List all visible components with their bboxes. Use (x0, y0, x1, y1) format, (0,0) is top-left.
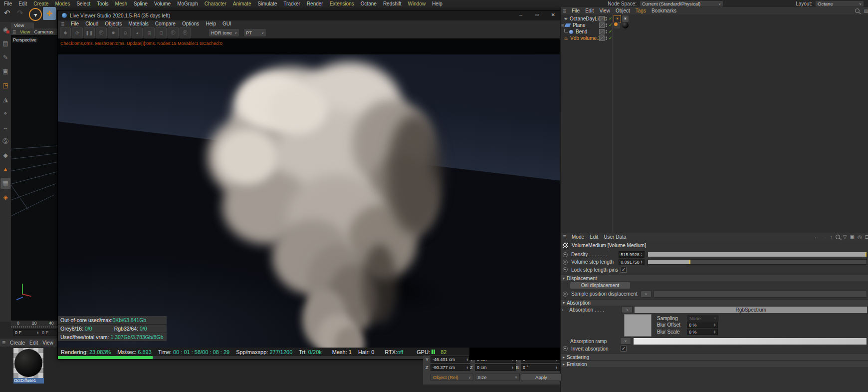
am-menu-userdata[interactable]: User Data (604, 234, 626, 240)
move-tool-active[interactable]: ✚ (43, 7, 56, 20)
visibility-dots[interactable] (606, 30, 607, 34)
octane-daylight-tag-icon[interactable]: ☀ (614, 15, 621, 22)
blur-scale-field[interactable]: 0 % (687, 329, 718, 335)
lv-menu-materials[interactable]: Materials (128, 21, 149, 26)
expander-icon[interactable]: › (562, 307, 563, 313)
menu-extensions[interactable]: Extensions (330, 1, 354, 6)
apply-button[interactable]: Apply (521, 374, 562, 381)
history-forward-icon[interactable]: → (822, 234, 827, 240)
lv-menu-cloud[interactable]: Cloud (85, 21, 98, 26)
history-back-icon[interactable]: ← (814, 234, 819, 240)
menu-redshift[interactable]: Redshift (383, 1, 402, 6)
om-menu-file[interactable]: File (572, 8, 580, 13)
absorption-ramp-bar[interactable] (633, 338, 867, 345)
om-menu-edit[interactable]: Edit (585, 8, 594, 13)
menu-volume[interactable]: Volume (154, 1, 171, 6)
visibility-dots[interactable] (606, 36, 607, 40)
pick-material-icon[interactable]: ⊡ (156, 27, 167, 38)
points-mode-tool[interactable]: ▣ (0, 66, 10, 77)
am-menu-mode[interactable]: Mode (572, 234, 584, 240)
render-region-icon[interactable]: Ⓡ (96, 27, 107, 38)
menu-render[interactable]: Render (307, 1, 323, 6)
menu-window[interactable]: Window (408, 1, 426, 6)
object-name[interactable]: Vdb volume.1 (570, 35, 601, 41)
visibility-dots[interactable] (606, 23, 607, 27)
object-row-plane[interactable]: ⊞ Plane ✓ (561, 22, 868, 28)
menu-simulate[interactable]: Simulate (257, 1, 277, 6)
menu-octane[interactable]: Octane (361, 1, 377, 6)
lv-menu-options[interactable]: Options (182, 21, 199, 26)
material-thumbnail[interactable] (13, 348, 43, 378)
model-mode-tool[interactable]: ◉ (0, 24, 10, 35)
pick-focus-icon[interactable]: ⊞ (144, 27, 155, 38)
keyframe-dot-icon[interactable] (563, 346, 568, 351)
hamburger-icon[interactable]: ≡ (61, 21, 64, 26)
slider-handle[interactable] (866, 252, 867, 257)
link-dropdown-button[interactable]: ∨ (641, 291, 651, 298)
volume-step-length-field[interactable]: 0.091758 (619, 259, 645, 265)
octane-object-tool[interactable]: ◈ (0, 192, 10, 203)
pause-render-icon[interactable]: ❚❚ (84, 27, 95, 38)
hamburger-icon[interactable]: ≡ (563, 8, 566, 13)
undo-button[interactable]: ↶ (4, 8, 10, 17)
live-viewer-titlebar[interactable]: Live Viewer Studio 2020.1.5-R4 (35 days … (58, 10, 560, 20)
close-button[interactable]: ✕ (551, 12, 555, 17)
layer-toggle-icon[interactable] (599, 16, 605, 21)
sample-position-displacement-field[interactable] (653, 291, 867, 298)
om-menu-view[interactable]: View (599, 8, 610, 13)
menu-tools[interactable]: Tools (97, 1, 108, 6)
restart-render-icon[interactable]: ⟳ (72, 27, 83, 38)
keyframe-dot-icon[interactable] (563, 252, 568, 257)
redo-button[interactable]: ↷ (17, 8, 23, 17)
scattering-header[interactable]: ▸ Scattering (561, 354, 868, 360)
lv-menu-objects[interactable]: Objects (105, 21, 122, 26)
menu-mograph[interactable]: MoGraph (177, 1, 198, 6)
workplane-tool[interactable]: ✎ (0, 52, 10, 63)
current-frame-field[interactable]: 0 F (13, 329, 41, 336)
layer-toggle-icon[interactable] (599, 22, 605, 28)
filter-icon[interactable]: ▽ (843, 234, 847, 240)
texture-mode-tool[interactable]: ▤ (0, 38, 10, 49)
om-menu-bookmarks[interactable]: Bookmarks (651, 8, 676, 13)
menu-file[interactable]: File (4, 1, 12, 6)
expand-icon[interactable]: ⊞ (561, 23, 564, 27)
render-settings-icon[interactable]: ✸ (108, 27, 119, 38)
invert-absorption-checkbox[interactable] (621, 346, 627, 352)
emission-header[interactable]: ▸ Emission (561, 361, 868, 367)
density-slider[interactable] (648, 252, 867, 257)
render-mode-dropdown[interactable]: PT∨ (243, 28, 266, 37)
object-name[interactable]: Plane (573, 22, 586, 28)
histogram-icon[interactable]: Ⓗ (180, 27, 191, 38)
lock-resolution-icon[interactable]: ⊖ (120, 27, 131, 38)
menu-tracker[interactable]: Tracker (283, 1, 300, 6)
lv-menu-compare[interactable]: Compare (155, 21, 176, 26)
track-icon[interactable]: ◎ (858, 234, 862, 240)
simulation-flame-tool[interactable]: ▲ (0, 164, 10, 175)
menu-select[interactable]: Select (76, 1, 90, 6)
layer-toggle-icon[interactable] (599, 35, 605, 41)
enable-check-icon[interactable]: ✓ (609, 36, 613, 40)
coord-b-field[interactable]: 0 ° (521, 364, 560, 371)
keyframe-dot-icon[interactable] (563, 292, 568, 297)
keyframe-dot-icon[interactable] (563, 260, 568, 265)
snap-tool[interactable]: Ⓢ (0, 136, 10, 147)
coord-space-dropdown[interactable]: Object (Rel)∨ (431, 374, 473, 381)
lv-menu-file[interactable]: File (71, 21, 79, 26)
object-row-octanedaylight[interactable]: ☀ OctaneDayLight ✓ ☀ ✳ (561, 15, 868, 22)
menu-animate[interactable]: Animate (233, 1, 251, 6)
viewport-menu-view[interactable]: View (20, 29, 30, 34)
sampling-dropdown[interactable]: None∨ (687, 315, 719, 322)
locked-workplane-tool[interactable]: ◆ (0, 150, 10, 161)
coord-y-field[interactable]: -46.401 cm (431, 356, 470, 363)
menu-help[interactable]: Help (432, 1, 442, 6)
density-value-field[interactable]: 515.9928 (619, 251, 645, 258)
absorption-color-swatch[interactable] (624, 314, 651, 337)
materials-menu-view[interactable]: View (42, 340, 53, 346)
lv-menu-help[interactable]: Help (206, 21, 216, 26)
displacement-header[interactable]: ▾ Displacement (561, 275, 868, 281)
search-icon[interactable] (836, 235, 840, 239)
am-menu-edit[interactable]: Edit (590, 234, 598, 240)
layer-toggle-icon[interactable] (599, 29, 605, 34)
hamburger-icon[interactable]: ≡ (12, 29, 16, 34)
om-menu-object[interactable]: Object (616, 8, 630, 13)
